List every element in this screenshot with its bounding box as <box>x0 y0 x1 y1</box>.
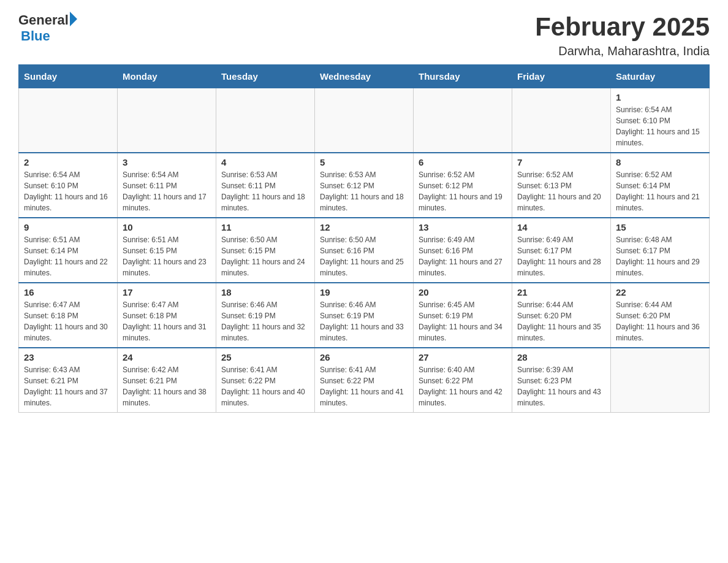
calendar-cell: 26Sunrise: 6:41 AM Sunset: 6:22 PM Dayli… <box>315 348 414 413</box>
day-number: 22 <box>616 287 704 297</box>
day-number: 15 <box>616 222 704 232</box>
day-number: 11 <box>221 222 309 232</box>
calendar-week-row: 1Sunrise: 6:54 AM Sunset: 6:10 PM Daylig… <box>19 88 710 153</box>
calendar-cell: 11Sunrise: 6:50 AM Sunset: 6:15 PM Dayli… <box>216 218 315 283</box>
day-number: 12 <box>320 222 408 232</box>
day-number: 20 <box>419 287 507 297</box>
calendar-table: SundayMondayTuesdayWednesdayThursdayFrid… <box>18 64 710 413</box>
day-number: 25 <box>221 352 309 362</box>
day-of-week-header: Tuesday <box>216 65 315 88</box>
day-of-week-header: Sunday <box>19 65 118 88</box>
calendar-cell: 24Sunrise: 6:42 AM Sunset: 6:21 PM Dayli… <box>118 348 216 413</box>
calendar-cell: 3Sunrise: 6:54 AM Sunset: 6:11 PM Daylig… <box>118 153 216 218</box>
calendar-cell: 16Sunrise: 6:47 AM Sunset: 6:18 PM Dayli… <box>19 283 118 348</box>
calendar-cell: 13Sunrise: 6:49 AM Sunset: 6:16 PM Dayli… <box>414 218 512 283</box>
day-of-week-header: Wednesday <box>315 65 414 88</box>
day-number: 21 <box>517 287 605 297</box>
day-info: Sunrise: 6:54 AM Sunset: 6:10 PM Dayligh… <box>24 169 112 213</box>
calendar-cell <box>216 88 315 153</box>
day-info: Sunrise: 6:54 AM Sunset: 6:11 PM Dayligh… <box>123 169 211 213</box>
calendar-cell: 2Sunrise: 6:54 AM Sunset: 6:10 PM Daylig… <box>19 153 118 218</box>
day-number: 7 <box>517 157 605 167</box>
day-number: 4 <box>221 157 309 167</box>
day-of-week-header: Monday <box>118 65 216 88</box>
month-title: February 2025 <box>535 12 710 42</box>
day-info: Sunrise: 6:39 AM Sunset: 6:23 PM Dayligh… <box>517 364 605 408</box>
calendar-cell <box>19 88 118 153</box>
calendar-cell: 28Sunrise: 6:39 AM Sunset: 6:23 PM Dayli… <box>512 348 611 413</box>
day-info: Sunrise: 6:50 AM Sunset: 6:15 PM Dayligh… <box>221 234 309 278</box>
calendar-cell <box>512 88 611 153</box>
day-info: Sunrise: 6:44 AM Sunset: 6:20 PM Dayligh… <box>517 299 605 343</box>
day-info: Sunrise: 6:46 AM Sunset: 6:19 PM Dayligh… <box>320 299 408 343</box>
calendar-week-row: 16Sunrise: 6:47 AM Sunset: 6:18 PM Dayli… <box>19 283 710 348</box>
calendar-cell <box>118 88 216 153</box>
day-number: 10 <box>123 222 211 232</box>
day-info: Sunrise: 6:41 AM Sunset: 6:22 PM Dayligh… <box>320 364 408 408</box>
day-number: 5 <box>320 157 408 167</box>
calendar-cell: 22Sunrise: 6:44 AM Sunset: 6:20 PM Dayli… <box>611 283 710 348</box>
calendar-cell: 15Sunrise: 6:48 AM Sunset: 6:17 PM Dayli… <box>611 218 710 283</box>
day-info: Sunrise: 6:41 AM Sunset: 6:22 PM Dayligh… <box>221 364 309 408</box>
day-number: 26 <box>320 352 408 362</box>
day-info: Sunrise: 6:49 AM Sunset: 6:17 PM Dayligh… <box>517 234 605 278</box>
day-number: 1 <box>616 92 704 102</box>
day-info: Sunrise: 6:44 AM Sunset: 6:20 PM Dayligh… <box>616 299 704 343</box>
day-info: Sunrise: 6:46 AM Sunset: 6:19 PM Dayligh… <box>221 299 309 343</box>
day-info: Sunrise: 6:54 AM Sunset: 6:10 PM Dayligh… <box>616 104 704 148</box>
day-of-week-header: Thursday <box>414 65 512 88</box>
logo-text-general: General <box>18 12 69 28</box>
calendar-header-row: SundayMondayTuesdayWednesdayThursdayFrid… <box>19 65 710 88</box>
day-info: Sunrise: 6:53 AM Sunset: 6:12 PM Dayligh… <box>320 169 408 213</box>
calendar-cell <box>611 348 710 413</box>
calendar-cell: 4Sunrise: 6:53 AM Sunset: 6:11 PM Daylig… <box>216 153 315 218</box>
calendar-cell: 8Sunrise: 6:52 AM Sunset: 6:14 PM Daylig… <box>611 153 710 218</box>
calendar-cell: 9Sunrise: 6:51 AM Sunset: 6:14 PM Daylig… <box>19 218 118 283</box>
calendar-cell: 27Sunrise: 6:40 AM Sunset: 6:22 PM Dayli… <box>414 348 512 413</box>
day-info: Sunrise: 6:53 AM Sunset: 6:11 PM Dayligh… <box>221 169 309 213</box>
day-number: 6 <box>419 157 507 167</box>
day-info: Sunrise: 6:47 AM Sunset: 6:18 PM Dayligh… <box>24 299 112 343</box>
day-number: 3 <box>123 157 211 167</box>
calendar-cell: 25Sunrise: 6:41 AM Sunset: 6:22 PM Dayli… <box>216 348 315 413</box>
calendar-cell <box>315 88 414 153</box>
calendar-cell: 19Sunrise: 6:46 AM Sunset: 6:19 PM Dayli… <box>315 283 414 348</box>
day-info: Sunrise: 6:52 AM Sunset: 6:13 PM Dayligh… <box>517 169 605 213</box>
day-info: Sunrise: 6:42 AM Sunset: 6:21 PM Dayligh… <box>123 364 211 408</box>
day-number: 8 <box>616 157 704 167</box>
day-info: Sunrise: 6:40 AM Sunset: 6:22 PM Dayligh… <box>419 364 507 408</box>
calendar-week-row: 2Sunrise: 6:54 AM Sunset: 6:10 PM Daylig… <box>19 153 710 218</box>
day-info: Sunrise: 6:43 AM Sunset: 6:21 PM Dayligh… <box>24 364 112 408</box>
calendar-week-row: 9Sunrise: 6:51 AM Sunset: 6:14 PM Daylig… <box>19 218 710 283</box>
day-number: 18 <box>221 287 309 297</box>
location-title: Darwha, Maharashtra, India <box>535 44 710 58</box>
calendar-cell: 23Sunrise: 6:43 AM Sunset: 6:21 PM Dayli… <box>19 348 118 413</box>
day-number: 9 <box>24 222 112 232</box>
day-number: 23 <box>24 352 112 362</box>
calendar-cell: 12Sunrise: 6:50 AM Sunset: 6:16 PM Dayli… <box>315 218 414 283</box>
calendar-cell <box>414 88 512 153</box>
calendar-cell: 5Sunrise: 6:53 AM Sunset: 6:12 PM Daylig… <box>315 153 414 218</box>
day-number: 2 <box>24 157 112 167</box>
page-header: General Blue February 2025 Darwha, Mahar… <box>18 12 710 58</box>
day-info: Sunrise: 6:45 AM Sunset: 6:19 PM Dayligh… <box>419 299 507 343</box>
day-number: 27 <box>419 352 507 362</box>
day-info: Sunrise: 6:48 AM Sunset: 6:17 PM Dayligh… <box>616 234 704 278</box>
calendar-cell: 18Sunrise: 6:46 AM Sunset: 6:19 PM Dayli… <box>216 283 315 348</box>
day-info: Sunrise: 6:51 AM Sunset: 6:15 PM Dayligh… <box>123 234 211 278</box>
day-number: 14 <box>517 222 605 232</box>
day-number: 28 <box>517 352 605 362</box>
title-block: February 2025 Darwha, Maharashtra, India <box>535 12 710 58</box>
day-info: Sunrise: 6:52 AM Sunset: 6:12 PM Dayligh… <box>419 169 507 213</box>
logo: General Blue <box>18 12 77 44</box>
calendar-cell: 17Sunrise: 6:47 AM Sunset: 6:18 PM Dayli… <box>118 283 216 348</box>
day-number: 16 <box>24 287 112 297</box>
day-number: 13 <box>419 222 507 232</box>
day-info: Sunrise: 6:50 AM Sunset: 6:16 PM Dayligh… <box>320 234 408 278</box>
day-of-week-header: Saturday <box>611 65 710 88</box>
day-number: 17 <box>123 287 211 297</box>
calendar-cell: 14Sunrise: 6:49 AM Sunset: 6:17 PM Dayli… <box>512 218 611 283</box>
logo-text-blue: Blue <box>21 28 77 44</box>
calendar-cell: 6Sunrise: 6:52 AM Sunset: 6:12 PM Daylig… <box>414 153 512 218</box>
calendar-cell: 20Sunrise: 6:45 AM Sunset: 6:19 PM Dayli… <box>414 283 512 348</box>
